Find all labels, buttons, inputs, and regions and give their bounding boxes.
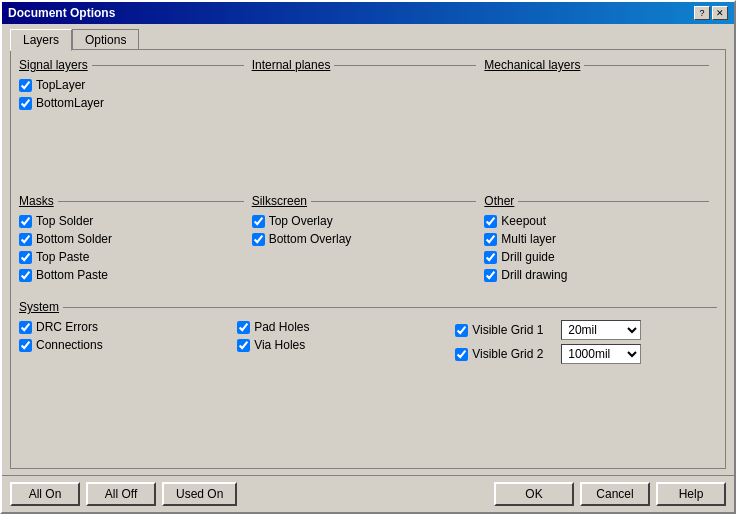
- drc-errors-checkbox[interactable]: [19, 321, 32, 334]
- system-col2: Pad Holes Via Holes: [237, 320, 455, 368]
- visible-grid2-select[interactable]: 1000mil 500mil 100mil 50mil: [561, 344, 641, 364]
- mechanical-layers-title: Mechanical layers: [484, 58, 709, 72]
- bottom-bar: All On All Off Used On OK Cancel Help: [2, 475, 734, 512]
- connections-checkbox[interactable]: [19, 339, 32, 352]
- signal-layers-title: Signal layers: [19, 58, 244, 72]
- top-paste-checkbox[interactable]: [19, 251, 32, 264]
- bottom-paste-checkbox[interactable]: [19, 269, 32, 282]
- bottom-overlay-checkbox[interactable]: [252, 233, 265, 246]
- all-off-button[interactable]: All Off: [86, 482, 156, 506]
- top-paste-label[interactable]: Top Paste: [36, 250, 89, 264]
- middle-groups-row: Masks Top Solder Bottom Solder Top Paste: [19, 194, 717, 294]
- bottom-solder-item: Bottom Solder: [19, 232, 244, 246]
- top-overlay-item: Top Overlay: [252, 214, 477, 228]
- bottom-solder-checkbox[interactable]: [19, 233, 32, 246]
- masks-group: Masks Top Solder Bottom Solder Top Paste: [19, 194, 252, 286]
- visible-grid2-label[interactable]: Visible Grid 2: [472, 347, 557, 361]
- drc-errors-item: DRC Errors: [19, 320, 237, 334]
- bottomlayer-checkbox[interactable]: [19, 97, 32, 110]
- via-holes-checkbox[interactable]: [237, 339, 250, 352]
- dialog-window: Document Options ? ✕ Layers Options Sign…: [0, 0, 736, 514]
- internal-planes-group: Internal planes: [252, 58, 485, 114]
- system-group-container: System DRC Errors Connections: [19, 300, 717, 368]
- tab-options[interactable]: Options: [72, 29, 139, 51]
- multilayer-checkbox[interactable]: [484, 233, 497, 246]
- multilayer-item: Multi layer: [484, 232, 709, 246]
- top-solder-checkbox[interactable]: [19, 215, 32, 228]
- system-title: System: [19, 300, 717, 314]
- visible-grid1-select[interactable]: 20mil 10mil 5mil 1mil: [561, 320, 641, 340]
- toplayer-label[interactable]: TopLayer: [36, 78, 85, 92]
- help-title-button[interactable]: ?: [694, 6, 710, 20]
- top-overlay-checkbox[interactable]: [252, 215, 265, 228]
- title-bar: Document Options ? ✕: [2, 2, 734, 24]
- drc-errors-label[interactable]: DRC Errors: [36, 320, 98, 334]
- toplayer-item: TopLayer: [19, 78, 244, 92]
- drillguide-label[interactable]: Drill guide: [501, 250, 554, 264]
- other-title: Other: [484, 194, 709, 208]
- visible-grid2-row: Visible Grid 2 1000mil 500mil 100mil 50m…: [455, 344, 717, 364]
- top-groups-row: Signal layers TopLayer BottomLayer Inter…: [19, 58, 717, 122]
- bottom-overlay-item: Bottom Overlay: [252, 232, 477, 246]
- top-overlay-label[interactable]: Top Overlay: [269, 214, 333, 228]
- bottom-solder-label[interactable]: Bottom Solder: [36, 232, 112, 246]
- ok-button[interactable]: OK: [494, 482, 574, 506]
- drilldrawing-label[interactable]: Drill drawing: [501, 268, 567, 282]
- toplayer-checkbox[interactable]: [19, 79, 32, 92]
- top-solder-item: Top Solder: [19, 214, 244, 228]
- connections-label[interactable]: Connections: [36, 338, 103, 352]
- system-col1: DRC Errors Connections: [19, 320, 237, 368]
- signal-layers-group: Signal layers TopLayer BottomLayer: [19, 58, 252, 114]
- pad-holes-label[interactable]: Pad Holes: [254, 320, 309, 334]
- used-on-button[interactable]: Used On: [162, 482, 237, 506]
- masks-title: Masks: [19, 194, 244, 208]
- title-bar-text: Document Options: [8, 6, 115, 20]
- system-row: System DRC Errors Connections: [19, 300, 717, 368]
- multilayer-label[interactable]: Multi layer: [501, 232, 556, 246]
- bottom-paste-label[interactable]: Bottom Paste: [36, 268, 108, 282]
- silkscreen-group: Silkscreen Top Overlay Bottom Overlay: [252, 194, 485, 286]
- via-holes-label[interactable]: Via Holes: [254, 338, 305, 352]
- tab-bar: Layers Options: [10, 28, 726, 50]
- visible-grid1-label[interactable]: Visible Grid 1: [472, 323, 557, 337]
- mechanical-layers-group: Mechanical layers: [484, 58, 717, 114]
- system-col3: Visible Grid 1 20mil 10mil 5mil 1mil: [455, 320, 717, 368]
- visible-grid1-row: Visible Grid 1 20mil 10mil 5mil 1mil: [455, 320, 717, 340]
- tab-content: Signal layers TopLayer BottomLayer Inter…: [10, 49, 726, 469]
- other-group: Other Keepout Multi layer Drill guide: [484, 194, 717, 286]
- connections-item: Connections: [19, 338, 237, 352]
- pad-holes-checkbox[interactable]: [237, 321, 250, 334]
- help-button[interactable]: Help: [656, 482, 726, 506]
- close-title-button[interactable]: ✕: [712, 6, 728, 20]
- bottomlayer-label[interactable]: BottomLayer: [36, 96, 104, 110]
- visible-grid1-checkbox[interactable]: [455, 324, 468, 337]
- pad-holes-item: Pad Holes: [237, 320, 455, 334]
- keepout-label[interactable]: Keepout: [501, 214, 546, 228]
- tab-layers[interactable]: Layers: [10, 29, 72, 51]
- drilldrawing-item: Drill drawing: [484, 268, 709, 282]
- keepout-item: Keepout: [484, 214, 709, 228]
- dialog-content: Layers Options Signal layers TopLayer Bo…: [2, 24, 734, 477]
- all-on-button[interactable]: All On: [10, 482, 80, 506]
- silkscreen-title: Silkscreen: [252, 194, 477, 208]
- drilldrawing-checkbox[interactable]: [484, 269, 497, 282]
- keepout-checkbox[interactable]: [484, 215, 497, 228]
- internal-planes-title: Internal planes: [252, 58, 477, 72]
- bottomlayer-item: BottomLayer: [19, 96, 244, 110]
- visible-grid2-checkbox[interactable]: [455, 348, 468, 361]
- bottom-paste-item: Bottom Paste: [19, 268, 244, 282]
- drillguide-item: Drill guide: [484, 250, 709, 264]
- top-paste-item: Top Paste: [19, 250, 244, 264]
- title-bar-buttons: ? ✕: [694, 6, 728, 20]
- system-cols: DRC Errors Connections Pad Holes: [19, 320, 717, 368]
- drillguide-checkbox[interactable]: [484, 251, 497, 264]
- bottom-overlay-label[interactable]: Bottom Overlay: [269, 232, 352, 246]
- top-solder-label[interactable]: Top Solder: [36, 214, 93, 228]
- cancel-button[interactable]: Cancel: [580, 482, 650, 506]
- via-holes-item: Via Holes: [237, 338, 455, 352]
